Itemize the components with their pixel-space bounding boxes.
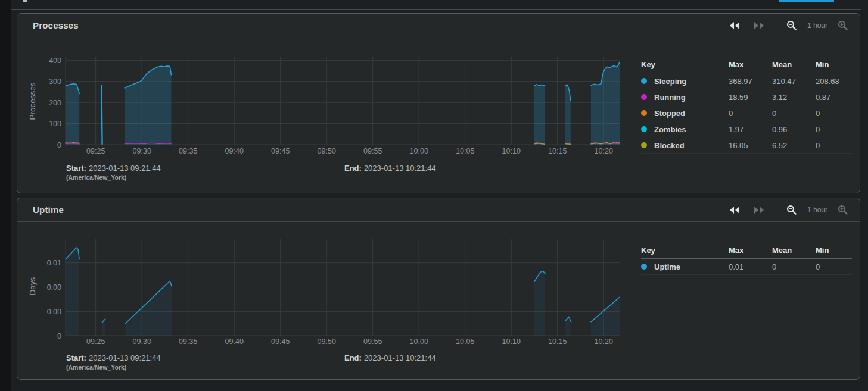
zoom-range-label: 1 hour [807, 206, 827, 214]
legend-column-header: Key [641, 246, 729, 255]
time-controls: 1 hour [727, 18, 850, 33]
start-time: Start:2023-01-13 09:21:44 (America/New_Y… [66, 164, 161, 181]
step-forward-button[interactable] [752, 203, 767, 217]
zoom-out-button[interactable] [785, 18, 799, 33]
svg-text:400: 400 [49, 57, 61, 65]
svg-text:09:50: 09:50 [318, 337, 336, 346]
processes-panel: Processes 1 hour [17, 13, 860, 193]
svg-text:10:20: 10:20 [595, 337, 613, 346]
time-controls: 1 hour [727, 203, 850, 217]
series-mean-value: 6.52 [772, 141, 816, 150]
legend-table: KeyMaxMeanMinSleeping368.97310.47208.68R… [641, 60, 852, 154]
time-window-info: Start:2023-01-13 09:21:44 (America/New_Y… [17, 164, 860, 187]
zoom-in-icon [838, 205, 848, 215]
legend-row-stopped: Stopped000 [641, 105, 852, 121]
svg-text:09:35: 09:35 [179, 337, 197, 346]
series-max-value: 18.59 [729, 93, 772, 102]
svg-text:09:30: 09:30 [133, 147, 151, 155]
svg-text:10:05: 10:05 [456, 147, 474, 155]
zoom-out-icon [786, 205, 797, 215]
svg-text:200: 200 [49, 99, 61, 107]
svg-text:0: 0 [57, 332, 61, 340]
svg-text:09:25: 09:25 [86, 337, 105, 346]
legend-column-header: Key [641, 60, 729, 69]
fast-forward-icon [754, 21, 765, 30]
series-color-dot [641, 126, 647, 132]
timezone-label: (America/New_York) [66, 174, 161, 181]
legend-row-sleeping: Sleeping368.97310.47208.68 [641, 73, 852, 89]
series-color-dot [641, 264, 647, 270]
panel-header: Uptime 1 hour [17, 198, 860, 222]
legend-column-header: Min [816, 60, 852, 69]
svg-text:10:20: 10:20 [595, 147, 613, 155]
step-back-button[interactable] [727, 18, 742, 33]
start-time: Start:2023-01-13 09:21:44 (America/New_Y… [66, 354, 161, 371]
series-color-dot [641, 78, 647, 84]
zoom-in-button[interactable] [836, 18, 850, 33]
svg-text:Processes: Processes [28, 82, 37, 120]
svg-text:0.00: 0.00 [47, 308, 61, 316]
svg-text:0: 0 [57, 141, 61, 149]
series-mean-value: 0 [772, 262, 816, 271]
svg-text:09:40: 09:40 [225, 337, 244, 346]
series-label: Stopped [654, 109, 685, 118]
panel-header: Processes 1 hour [17, 14, 860, 37]
series-max-value: 16.05 [729, 141, 772, 150]
series-min-value: 0 [816, 125, 852, 134]
svg-text:09:55: 09:55 [363, 147, 382, 155]
legend-column-header: Mean [772, 246, 816, 255]
legend-column-header: Min [816, 246, 852, 255]
start-value: 2023-01-13 09:21:44 [89, 164, 161, 173]
svg-text:09:45: 09:45 [271, 147, 290, 155]
zoom-out-button[interactable] [785, 203, 799, 217]
panel-title: Uptime [33, 205, 64, 215]
page-left-edge [0, 0, 11, 391]
svg-text:09:55: 09:55 [363, 337, 382, 346]
zoom-range-label: 1 hour [807, 21, 827, 30]
legend-table: KeyMaxMeanMinUptime0.0100 [641, 246, 852, 275]
series-mean-value: 0.96 [772, 125, 816, 134]
svg-text:09:45: 09:45 [271, 337, 290, 346]
svg-text:10:00: 10:00 [410, 147, 428, 155]
series-label: Blocked [654, 141, 685, 150]
end-value: 2023-01-13 10:21:44 [364, 164, 436, 173]
series-min-value: 0 [816, 262, 852, 271]
clipped-heading-fragment [23, 0, 27, 2]
series-max-value: 1.97 [729, 125, 772, 134]
svg-text:0.01: 0.01 [47, 259, 61, 267]
svg-text:Days: Days [28, 277, 37, 295]
series-max-value: 0.01 [729, 262, 772, 271]
legend-header-row: KeyMaxMeanMin [641, 246, 852, 259]
start-label: Start: [66, 354, 86, 362]
svg-text:09:40: 09:40 [225, 147, 244, 155]
uptime-chart[interactable]: 09:2509:3009:3509:4009:4509:5009:5510:00… [17, 223, 860, 351]
legend-header-row: KeyMaxMeanMin [641, 60, 852, 73]
svg-text:10:00: 10:00 [410, 337, 428, 346]
step-back-button[interactable] [727, 203, 742, 217]
legend-row-blocked: Blocked16.056.520 [641, 137, 852, 154]
svg-text:10:05: 10:05 [456, 337, 474, 346]
primary-action-button-clipped[interactable] [779, 0, 834, 2]
series-max-value: 368.97 [729, 77, 772, 86]
legend-column-header: Max [729, 246, 772, 255]
rewind-icon [729, 206, 740, 214]
svg-text:300: 300 [49, 77, 61, 86]
series-color-dot [641, 110, 647, 116]
svg-text:09:50: 09:50 [318, 147, 336, 155]
series-mean-value: 3.12 [772, 93, 816, 102]
end-time: End:2023-01-13 10:21:44 [344, 354, 436, 362]
zoom-in-icon [838, 20, 848, 31]
step-forward-button[interactable] [752, 18, 767, 33]
series-min-value: 0 [816, 141, 852, 150]
svg-text:10:15: 10:15 [548, 337, 567, 346]
end-value: 2023-01-13 10:21:44 [364, 354, 436, 362]
end-time: End:2023-01-13 10:21:44 [344, 164, 436, 173]
zoom-in-button[interactable] [836, 203, 850, 217]
svg-text:09:25: 09:25 [86, 147, 105, 155]
series-min-value: 0 [816, 109, 852, 118]
zoom-out-icon [786, 20, 797, 31]
start-label: Start: [66, 164, 86, 173]
svg-text:10:10: 10:10 [502, 147, 521, 155]
series-min-value: 0.87 [816, 93, 852, 102]
end-label: End: [344, 354, 362, 362]
